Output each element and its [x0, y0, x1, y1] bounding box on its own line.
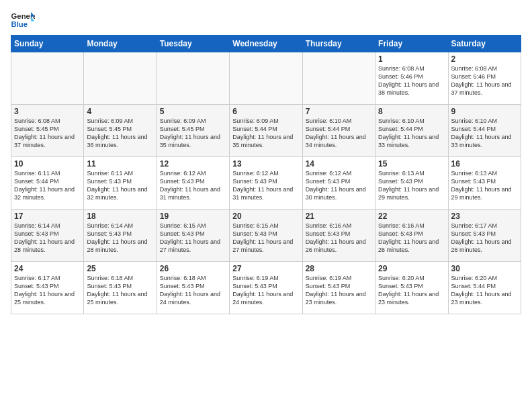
calendar-row-0: 1Sunrise: 6:08 AM Sunset: 5:46 PM Daylig… [11, 52, 521, 105]
calendar-cell: 19Sunrise: 6:15 AM Sunset: 5:43 PM Dayli… [157, 210, 229, 262]
day-info: Sunrise: 6:19 AM Sunset: 5:43 PM Dayligh… [232, 274, 299, 307]
calendar-cell: 1Sunrise: 6:08 AM Sunset: 5:46 PM Daylig… [375, 52, 448, 105]
weekday-monday: Monday [84, 36, 157, 52]
day-number: 19 [160, 212, 226, 221]
calendar-cell [230, 52, 302, 105]
calendar-cell [302, 52, 375, 105]
weekday-sunday: Sunday [11, 36, 84, 52]
calendar-cell: 23Sunrise: 6:17 AM Sunset: 5:43 PM Dayli… [448, 210, 521, 262]
calendar-row-1: 3Sunrise: 6:08 AM Sunset: 5:45 PM Daylig… [11, 105, 521, 157]
weekday-header-row: SundayMondayTuesdayWednesdayThursdayFrid… [11, 36, 521, 52]
day-number: 12 [160, 159, 226, 169]
day-number: 9 [451, 107, 518, 116]
day-info: Sunrise: 6:13 AM Sunset: 5:43 PM Dayligh… [451, 169, 518, 202]
day-number: 8 [378, 107, 445, 116]
day-info: Sunrise: 6:20 AM Sunset: 5:43 PM Dayligh… [378, 274, 445, 307]
day-number: 15 [378, 159, 445, 169]
weekday-wednesday: Wednesday [230, 36, 302, 52]
weekday-friday: Friday [375, 36, 448, 52]
header: General Blue [11, 11, 521, 30]
calendar-cell: 30Sunrise: 6:20 AM Sunset: 5:44 PM Dayli… [448, 262, 521, 314]
logo: General Blue [11, 11, 35, 30]
day-info: Sunrise: 6:15 AM Sunset: 5:43 PM Dayligh… [160, 222, 226, 255]
day-number: 23 [451, 212, 518, 221]
day-info: Sunrise: 6:10 AM Sunset: 5:44 PM Dayligh… [451, 117, 518, 150]
calendar-cell: 12Sunrise: 6:12 AM Sunset: 5:43 PM Dayli… [157, 157, 229, 210]
day-number: 17 [14, 212, 81, 221]
calendar-cell: 24Sunrise: 6:17 AM Sunset: 5:43 PM Dayli… [11, 262, 84, 314]
day-info: Sunrise: 6:19 AM Sunset: 5:43 PM Dayligh… [306, 274, 372, 307]
day-info: Sunrise: 6:09 AM Sunset: 5:45 PM Dayligh… [160, 117, 226, 150]
day-info: Sunrise: 6:12 AM Sunset: 5:43 PM Dayligh… [160, 169, 226, 202]
calendar-cell [157, 52, 229, 105]
day-info: Sunrise: 6:08 AM Sunset: 5:45 PM Dayligh… [14, 117, 81, 150]
day-info: Sunrise: 6:17 AM Sunset: 5:43 PM Dayligh… [451, 222, 518, 255]
day-number: 1 [378, 54, 445, 64]
calendar-cell: 6Sunrise: 6:09 AM Sunset: 5:44 PM Daylig… [230, 105, 302, 157]
day-info: Sunrise: 6:11 AM Sunset: 5:44 PM Dayligh… [14, 169, 81, 202]
calendar-cell: 17Sunrise: 6:14 AM Sunset: 5:43 PM Dayli… [11, 210, 84, 262]
day-number: 7 [306, 107, 372, 116]
day-info: Sunrise: 6:16 AM Sunset: 5:43 PM Dayligh… [378, 222, 445, 255]
calendar-cell: 18Sunrise: 6:14 AM Sunset: 5:43 PM Dayli… [84, 210, 157, 262]
weekday-tuesday: Tuesday [157, 36, 229, 52]
day-info: Sunrise: 6:15 AM Sunset: 5:43 PM Dayligh… [232, 222, 299, 255]
day-info: Sunrise: 6:08 AM Sunset: 5:46 PM Dayligh… [451, 64, 518, 97]
day-number: 5 [160, 107, 226, 116]
calendar-row-2: 10Sunrise: 6:11 AM Sunset: 5:44 PM Dayli… [11, 157, 521, 210]
day-number: 6 [232, 107, 299, 116]
calendar-cell [11, 52, 84, 105]
calendar-cell: 14Sunrise: 6:12 AM Sunset: 5:43 PM Dayli… [302, 157, 375, 210]
calendar-cell: 26Sunrise: 6:18 AM Sunset: 5:43 PM Dayli… [157, 262, 229, 314]
calendar-cell: 29Sunrise: 6:20 AM Sunset: 5:43 PM Dayli… [375, 262, 448, 314]
day-number: 30 [451, 264, 518, 273]
day-number: 29 [378, 264, 445, 273]
calendar-cell: 27Sunrise: 6:19 AM Sunset: 5:43 PM Dayli… [230, 262, 302, 314]
day-number: 16 [451, 159, 518, 169]
calendar-cell: 5Sunrise: 6:09 AM Sunset: 5:45 PM Daylig… [157, 105, 229, 157]
calendar-cell: 20Sunrise: 6:15 AM Sunset: 5:43 PM Dayli… [230, 210, 302, 262]
day-info: Sunrise: 6:18 AM Sunset: 5:43 PM Dayligh… [87, 274, 153, 307]
calendar-row-4: 24Sunrise: 6:17 AM Sunset: 5:43 PM Dayli… [11, 262, 521, 314]
svg-text:Blue: Blue [11, 20, 28, 28]
day-info: Sunrise: 6:10 AM Sunset: 5:44 PM Dayligh… [378, 117, 445, 150]
calendar: SundayMondayTuesdayWednesdayThursdayFrid… [11, 35, 521, 314]
weekday-thursday: Thursday [302, 36, 375, 52]
day-info: Sunrise: 6:14 AM Sunset: 5:43 PM Dayligh… [87, 222, 153, 255]
calendar-cell: 16Sunrise: 6:13 AM Sunset: 5:43 PM Dayli… [448, 157, 521, 210]
day-info: Sunrise: 6:12 AM Sunset: 5:43 PM Dayligh… [306, 169, 372, 202]
day-number: 27 [232, 264, 299, 273]
calendar-cell: 9Sunrise: 6:10 AM Sunset: 5:44 PM Daylig… [448, 105, 521, 157]
calendar-cell: 22Sunrise: 6:16 AM Sunset: 5:43 PM Dayli… [375, 210, 448, 262]
day-number: 22 [378, 212, 445, 221]
calendar-row-3: 17Sunrise: 6:14 AM Sunset: 5:43 PM Dayli… [11, 210, 521, 262]
calendar-cell: 4Sunrise: 6:09 AM Sunset: 5:45 PM Daylig… [84, 105, 157, 157]
day-info: Sunrise: 6:18 AM Sunset: 5:43 PM Dayligh… [160, 274, 226, 307]
day-info: Sunrise: 6:14 AM Sunset: 5:43 PM Dayligh… [14, 222, 81, 255]
day-info: Sunrise: 6:20 AM Sunset: 5:44 PM Dayligh… [451, 274, 518, 307]
day-number: 18 [87, 212, 153, 221]
calendar-body: 1Sunrise: 6:08 AM Sunset: 5:46 PM Daylig… [11, 52, 521, 314]
calendar-cell: 13Sunrise: 6:12 AM Sunset: 5:43 PM Dayli… [230, 157, 302, 210]
day-number: 13 [232, 159, 299, 169]
day-number: 14 [306, 159, 372, 169]
day-info: Sunrise: 6:16 AM Sunset: 5:43 PM Dayligh… [306, 222, 372, 255]
day-info: Sunrise: 6:12 AM Sunset: 5:43 PM Dayligh… [232, 169, 299, 202]
calendar-cell: 25Sunrise: 6:18 AM Sunset: 5:43 PM Dayli… [84, 262, 157, 314]
calendar-cell: 28Sunrise: 6:19 AM Sunset: 5:43 PM Dayli… [302, 262, 375, 314]
day-info: Sunrise: 6:09 AM Sunset: 5:44 PM Dayligh… [232, 117, 299, 150]
day-number: 24 [14, 264, 81, 273]
calendar-cell: 8Sunrise: 6:10 AM Sunset: 5:44 PM Daylig… [375, 105, 448, 157]
day-info: Sunrise: 6:17 AM Sunset: 5:43 PM Dayligh… [14, 274, 81, 307]
calendar-cell: 11Sunrise: 6:11 AM Sunset: 5:43 PM Dayli… [84, 157, 157, 210]
day-number: 20 [232, 212, 299, 221]
day-number: 4 [87, 107, 153, 116]
day-info: Sunrise: 6:10 AM Sunset: 5:44 PM Dayligh… [306, 117, 372, 150]
calendar-cell: 7Sunrise: 6:10 AM Sunset: 5:44 PM Daylig… [302, 105, 375, 157]
day-info: Sunrise: 6:09 AM Sunset: 5:45 PM Dayligh… [87, 117, 153, 150]
day-number: 26 [160, 264, 226, 273]
day-number: 2 [451, 54, 518, 64]
day-number: 28 [306, 264, 372, 273]
calendar-cell: 3Sunrise: 6:08 AM Sunset: 5:45 PM Daylig… [11, 105, 84, 157]
day-number: 21 [306, 212, 372, 221]
